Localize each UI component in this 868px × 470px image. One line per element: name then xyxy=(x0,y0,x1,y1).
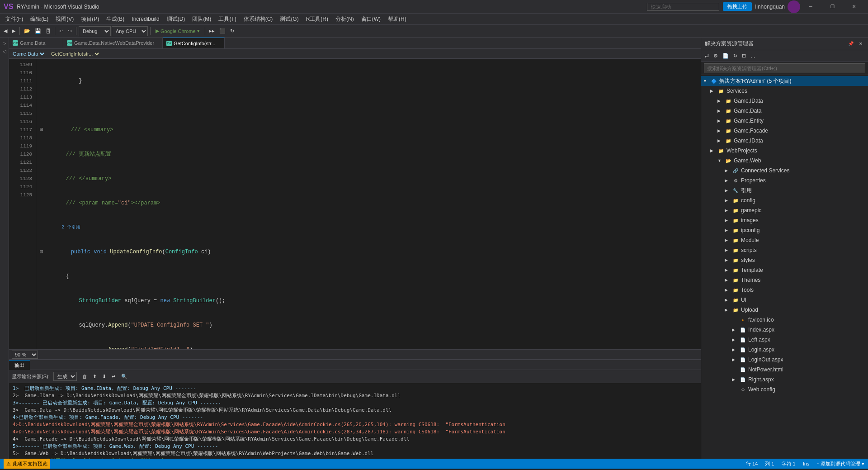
tree-index-aspx[interactable]: ▶ 📄 Index.aspx xyxy=(701,325,868,335)
se-sync-btn[interactable]: ⇄ xyxy=(703,52,711,60)
run-button[interactable]: ▶ Google Chrome ▾ xyxy=(153,27,203,35)
se-more-btn[interactable]: … xyxy=(749,52,757,60)
tree-game-facade[interactable]: ▶ 📁 Game.Facade xyxy=(701,126,868,136)
expand-arrow-gameweb: ▼ xyxy=(717,158,725,163)
toolbar-undo[interactable]: ↩ xyxy=(57,27,65,35)
tree-solution-root[interactable]: ▼ 🔷 解决方案'RYAdmin' (5 个项目) xyxy=(701,76,868,86)
output-find-btn[interactable]: 🔍 xyxy=(119,373,129,380)
tree-module[interactable]: ▶ 📁 Module xyxy=(701,235,868,245)
menu-item-g[interactable]: 测试(G) xyxy=(276,14,302,24)
folder-icon-webprojects: 📁 xyxy=(717,147,725,154)
output-source-select[interactable]: 生成 xyxy=(53,372,77,381)
quick-launch-input[interactable] xyxy=(647,3,719,11)
toolbar-extra-3[interactable]: ↻ xyxy=(228,27,236,35)
tree-upload[interactable]: ▶ 📁 Upload xyxy=(701,305,868,315)
bottom-tab-output[interactable]: 输出 xyxy=(9,360,30,370)
platform-select[interactable]: Any CPU xyxy=(112,26,148,36)
tree-config[interactable]: ▶ 📁 config xyxy=(701,195,868,205)
tree-loginout-aspx[interactable]: ▶ 📄 LoginOut.aspx xyxy=(701,355,868,365)
menu-item-f[interactable]: 文件(F) xyxy=(2,14,27,24)
file-nav-class-select[interactable]: Game.Data xyxy=(11,49,46,58)
tree-gamepic[interactable]: ▶ 📁 gamepic xyxy=(701,205,868,215)
tab-native-web[interactable]: C# Game.Data.NativeWebDataProvider ✕ xyxy=(63,38,163,48)
menu-item-n[interactable]: 分析(N) xyxy=(332,14,358,24)
tree-game-entity[interactable]: ▶ 📁 Game.Entity xyxy=(701,116,868,126)
left-gutter-icon-1[interactable]: ▷ xyxy=(1,39,8,47)
menu-item-w[interactable]: 窗口(W) xyxy=(358,14,384,24)
toolbar-extra-2[interactable]: ⬛ xyxy=(217,27,227,35)
tree-connected-services[interactable]: ▶ 🔗 Connected Services xyxy=(701,166,868,176)
tree-ui[interactable]: ▶ 📁 UI xyxy=(701,295,868,305)
expand-arrow-idata: ▶ xyxy=(717,99,725,103)
tree-template[interactable]: ▶ 📁 Template xyxy=(701,265,868,275)
code-content[interactable]: } ⊟ /// <summary> /// 更新站点配置 /// </summa… xyxy=(36,59,701,349)
tab-get-config[interactable]: C# GetConfigInfo(str... ✕ xyxy=(163,38,225,48)
toolbar-save[interactable]: 💾 xyxy=(33,27,43,35)
tree-game-web[interactable]: ▼ 📂 Game.Web xyxy=(701,156,868,166)
tree-game-idata[interactable]: ▶ 📁 Game.IData xyxy=(701,96,868,106)
se-refresh-btn[interactable]: ↻ xyxy=(731,52,739,60)
tree-game-idata2[interactable]: ▶ 📁 Game.IData xyxy=(701,136,868,146)
menu-item-b[interactable]: 生成(B) xyxy=(103,14,128,24)
toolbar-nav-fwd[interactable]: ▶ xyxy=(10,27,17,35)
se-close-btn[interactable]: ✕ xyxy=(857,40,864,47)
tree-login-aspx[interactable]: ▶ 📄 Login.aspx xyxy=(701,345,868,355)
toolbar-save-all[interactable]: 🗄 xyxy=(44,28,52,35)
file-nav-method-select[interactable]: GetConfigInfo(str... xyxy=(49,49,100,58)
menu-item-h[interactable]: 帮助(H) xyxy=(384,14,410,24)
debug-config-select[interactable]: Debug Release xyxy=(79,26,111,36)
output-scroll-top[interactable]: ⬆ xyxy=(91,373,99,380)
tree-notpower-html[interactable]: ▶ 📄 NotPower.html xyxy=(701,365,868,375)
toolbar-redo[interactable]: ↪ xyxy=(66,27,74,35)
tree-left-aspx[interactable]: ▶ 📄 Left.aspx xyxy=(701,335,868,345)
collapse-3[interactable]: ⊟ xyxy=(40,126,43,134)
se-search-input[interactable] xyxy=(704,63,865,73)
tree-services[interactable]: ▶ 📁 Services xyxy=(701,86,868,96)
se-collapse-btn[interactable]: ⊟ xyxy=(740,52,748,60)
tree-favicon[interactable]: ▶ 🔸 favicon.ico xyxy=(701,315,868,325)
tree-styles[interactable]: ▶ 📁 styles xyxy=(701,255,868,265)
menu-item-m[interactable]: 团队(M) xyxy=(189,14,215,24)
toolbar-extra-1[interactable]: ▸▸ xyxy=(208,27,217,35)
close-button[interactable]: ✕ xyxy=(844,0,864,14)
menu-item-c[interactable]: 体系结构(C) xyxy=(240,14,277,24)
menu-item-v[interactable]: 视图(V) xyxy=(52,14,77,24)
menu-item-rr[interactable]: R工具(R) xyxy=(302,14,332,24)
zoom-select[interactable]: 90 % 100 % 75 % xyxy=(12,351,38,359)
tree-ipconfig[interactable]: ▶ 📁 ipconfig xyxy=(701,225,868,235)
tree-web-config[interactable]: ▶ ⚙ Web.config xyxy=(701,385,868,394)
tree-tools[interactable]: ▶ 📁 Tools xyxy=(701,285,868,295)
menu-item-t[interactable]: 工具(T) xyxy=(215,14,240,24)
upload-button[interactable]: 拖拽上传 xyxy=(723,2,752,11)
menu-item-incredibuild[interactable]: Incredibuild xyxy=(128,15,163,23)
minimize-button[interactable]: ─ xyxy=(800,0,821,14)
se-props-btn[interactable]: ⚙ xyxy=(712,52,720,60)
tree-references[interactable]: ▶ 🔧 引用 xyxy=(701,185,868,195)
folder-icon-idata2: 📁 xyxy=(725,137,732,144)
code-line-5: /// </summary> xyxy=(40,175,697,183)
tree-images[interactable]: ▶ 📁 images xyxy=(701,215,868,225)
tree-themes[interactable]: ▶ 📁 Themes xyxy=(701,275,868,285)
tree-scripts[interactable]: ▶ 📁 scripts xyxy=(701,245,868,255)
tree-webprojects[interactable]: ▶ 📁 WebProjects xyxy=(701,146,868,156)
restore-button[interactable]: ❐ xyxy=(822,0,843,14)
status-source-control[interactable]: ↑ 添加到源代码管理 ▾ xyxy=(816,461,864,467)
menu-item-e[interactable]: 编辑(E) xyxy=(27,14,52,24)
output-scroll-bottom[interactable]: ⬇ xyxy=(100,373,108,380)
output-area[interactable]: 1> 已启动重新生成: 项目: Game.IData, 配置: Debug An… xyxy=(9,383,701,459)
toolbar-nav-back[interactable]: ◀ xyxy=(2,27,9,35)
toolbar-open[interactable]: 📂 xyxy=(22,27,32,35)
collapse-8[interactable]: ⊟ xyxy=(40,248,43,256)
tree-right-aspx[interactable]: ▶ 📄 Right.aspx xyxy=(701,375,868,385)
se-pin-btn[interactable]: 📌 xyxy=(846,40,855,47)
output-wrap-btn[interactable]: ↵ xyxy=(110,373,118,380)
tree-properties[interactable]: ▶ ⚙ Properties xyxy=(701,176,868,185)
output-clear-btn[interactable]: 🗑 xyxy=(80,373,89,380)
tab-game-data[interactable]: C# Game.Data ✕ xyxy=(9,38,63,48)
se-show-all-btn[interactable]: 📄 xyxy=(721,52,731,60)
menu-item-d[interactable]: 调试(D) xyxy=(163,14,189,24)
folder-icon-config: 📁 xyxy=(732,197,739,204)
left-gutter-icon-2[interactable]: ◁ xyxy=(1,47,8,55)
tree-game-data[interactable]: ▶ 📁 Game.Data xyxy=(701,106,868,116)
menu-item-p[interactable]: 项目(P) xyxy=(77,14,103,24)
